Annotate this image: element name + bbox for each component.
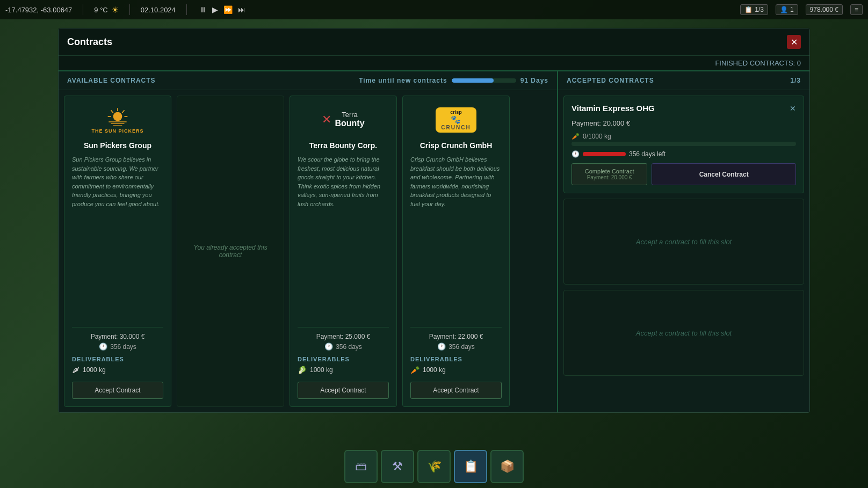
workers-count: 1 xyxy=(790,6,794,13)
taskbar-contracts-button[interactable]: 📋 xyxy=(454,450,487,483)
contract-card-sun-pickers: THE SUN PICKERS Sun Pickers Group Sun Pi… xyxy=(64,96,171,407)
sun-pickers-accept-button[interactable]: Accept Contract xyxy=(72,382,163,399)
bounty-text: Bounty xyxy=(335,119,364,128)
svg-point-5 xyxy=(113,112,122,121)
empty-slot-2-text: Accept a contract to fill this slot xyxy=(636,238,732,246)
contract-card-terra-bounty: ✕ Terra Bounty Terra Bounty Corp. We sco… xyxy=(290,96,397,407)
menu-button[interactable]: ≡ xyxy=(850,4,863,15)
available-label: AVAILABLE CONTRACTS xyxy=(67,77,156,84)
lettuce-icon: 🥬 xyxy=(298,366,307,374)
crisp-crunch-accept-button[interactable]: Accept Contract xyxy=(410,382,502,399)
topbar-right: 📋 1/3 👤 1 978.000 € ≡ xyxy=(740,4,863,15)
terra-bounty-desc: We scour the globe to bring the freshest… xyxy=(298,155,389,322)
crisp-crunch-days: 356 days xyxy=(449,343,475,351)
contracts-list: THE SUN PICKERS Sun Pickers Group Sun Pi… xyxy=(59,90,557,412)
terra-bounty-payment: Payment: 25.000 € xyxy=(298,333,389,340)
modal-body: AVAILABLE CONTRACTS Time until new contr… xyxy=(59,71,809,412)
time-days: 91 Days xyxy=(520,77,548,84)
days-left-section: 🕐 356 days left xyxy=(572,150,796,158)
accepted-contracts-list: Vitamin Express OHG ✕ Payment: 20.000 € … xyxy=(558,90,809,412)
empty-slot-3: Accept a contract to fill this slot xyxy=(563,290,804,376)
cc-main-text: 🐾 xyxy=(451,115,461,125)
terra-bounty-icon: ✕ xyxy=(322,113,331,127)
contracts-count: 1/3 xyxy=(755,6,764,13)
vitamin-express-header: Vitamin Express OHG ✕ xyxy=(572,104,796,113)
contracts-indicator[interactable]: 📋 1/3 xyxy=(740,4,768,15)
modal-title: Contracts xyxy=(67,37,112,48)
days-left-text: 356 days left xyxy=(629,150,666,158)
crisp-crunch-logo: crisp 🐾 CRUNCH xyxy=(436,107,476,133)
terra-bounty-deliverables-label: DELIVERABLES xyxy=(298,356,389,362)
carrot-progress-icon: 🥕 xyxy=(572,133,580,140)
chili-icon: 🌶 xyxy=(72,366,79,374)
temperature-section: 9 °C ☀ xyxy=(94,5,118,15)
time-bar-container xyxy=(452,78,516,83)
crisp-crunch-amount: 1000 kg xyxy=(423,366,446,374)
complete-contract-button[interactable]: Complete Contract Payment: 20.000 € xyxy=(572,163,647,185)
taskbar-tools-button[interactable]: ⚒ xyxy=(381,450,414,483)
crisp-crunch-duration: 🕐 356 days xyxy=(410,343,502,351)
pause-button[interactable]: ⏸ xyxy=(198,5,208,14)
accepted-header: ACCEPTED CONTRACTS 1/3 xyxy=(558,71,809,90)
sun-pickers-desc: Sun Pickers Group believes in sustainabl… xyxy=(72,155,163,322)
close-button[interactable]: ✕ xyxy=(787,35,801,49)
finished-contracts-label: FINISHED CONTRACTS: 0 xyxy=(715,59,801,67)
terra-bounty-accept-button[interactable]: Accept Contract xyxy=(298,382,389,399)
clock-icon-accepted: 🕐 xyxy=(572,150,580,158)
empty-slot-2: Accept a contract to fill this slot xyxy=(563,199,804,285)
progress-label: 🥕 0/1000 kg xyxy=(572,133,796,140)
money-indicator: 978.000 € xyxy=(806,4,843,15)
separator-3 xyxy=(410,327,502,327)
workers-indicator[interactable]: 👤 1 xyxy=(776,4,798,15)
taskbar-box-button[interactable]: 📦 xyxy=(490,450,524,483)
weather-icon: ☀ xyxy=(111,5,119,15)
accepted-card-vitamin-express: Vitamin Express OHG ✕ Payment: 20.000 € … xyxy=(563,96,804,193)
progress-section: 🥕 0/1000 kg xyxy=(572,133,796,146)
crisp-text: crisp xyxy=(450,110,462,115)
complete-payment: Payment: 20.000 € xyxy=(577,174,641,180)
sun-pickers-duration: 🕐 356 days xyxy=(72,343,163,351)
terra-bounty-days: 356 days xyxy=(336,343,362,351)
cancel-contract-button[interactable]: Cancel Contract xyxy=(652,163,796,185)
modal-subheader: FINISHED CONTRACTS: 0 xyxy=(59,56,809,71)
fastest-button[interactable]: ⏭ xyxy=(236,5,247,14)
empty-slot-3-text: Accept a contract to fill this slot xyxy=(636,329,732,337)
available-header: AVAILABLE CONTRACTS Time until new contr… xyxy=(59,71,557,90)
crisp-crunch-payment: Payment: 22.000 € xyxy=(410,333,502,340)
terra-bounty-logo-container: ✕ Terra Bounty xyxy=(298,104,389,136)
time-label: Time until new contracts xyxy=(359,77,447,84)
progress-text: 0/1000 kg xyxy=(583,133,611,140)
time-indicator: Time until new contracts 91 Days xyxy=(359,77,548,84)
accepted-label: ACCEPTED CONTRACTS xyxy=(567,77,654,84)
contract-actions: Complete Contract Payment: 20.000 € Canc… xyxy=(572,163,796,185)
crisp-crunch-deliverable: 🥕 1000 kg xyxy=(410,366,502,374)
play-controls: ⏸ ▶ ⏩ ⏭ xyxy=(198,5,247,14)
crisp-crunch-deliverables-label: DELIVERABLES xyxy=(410,356,502,362)
worker-icon: 👤 xyxy=(780,6,788,13)
coordinates: -17.47932, -63.00647 xyxy=(5,6,72,14)
taskbar: 🗃 ⚒ 🌾 📋 📦 xyxy=(0,445,868,488)
carrot-icon: 🥕 xyxy=(410,366,419,374)
terra-text: Terra xyxy=(335,111,364,119)
contract-card-crisp-crunch: crisp 🐾 CRUNCH Crisp Crunch GmbH Crisp C… xyxy=(402,96,510,407)
sun-pickers-amount: 1000 kg xyxy=(83,366,106,374)
terra-bounty-name: Terra Bounty Corp. xyxy=(298,141,389,150)
taskbar-farm-button[interactable]: 🌾 xyxy=(417,450,451,483)
crisp-crunch-desc: Crisp Crunch GmbH believes breakfast sho… xyxy=(410,155,502,322)
vitamin-express-payment: Payment: 20.000 € xyxy=(572,119,796,127)
clock-icon-1: 🕐 xyxy=(99,343,107,351)
svg-line-1 xyxy=(122,110,124,113)
days-bar xyxy=(583,152,626,156)
crunch-text: CRUNCH xyxy=(441,125,471,130)
available-panel: AVAILABLE CONTRACTS Time until new contr… xyxy=(59,71,558,412)
separator-2 xyxy=(298,327,389,327)
terra-bounty-amount: 1000 kg xyxy=(310,366,333,374)
play-button[interactable]: ▶ xyxy=(211,5,220,14)
sun-pickers-deliverable: 🌶 1000 kg xyxy=(72,366,163,374)
dismiss-button[interactable]: ✕ xyxy=(790,104,796,113)
taskbar-storage-button[interactable]: 🗃 xyxy=(344,450,378,483)
sun-pickers-payment: Payment: 30.000 € xyxy=(72,333,163,340)
fast-forward-button[interactable]: ⏩ xyxy=(222,5,234,14)
divider-2 xyxy=(129,4,130,15)
sun-pickers-name: Sun Pickers Group xyxy=(72,141,163,150)
